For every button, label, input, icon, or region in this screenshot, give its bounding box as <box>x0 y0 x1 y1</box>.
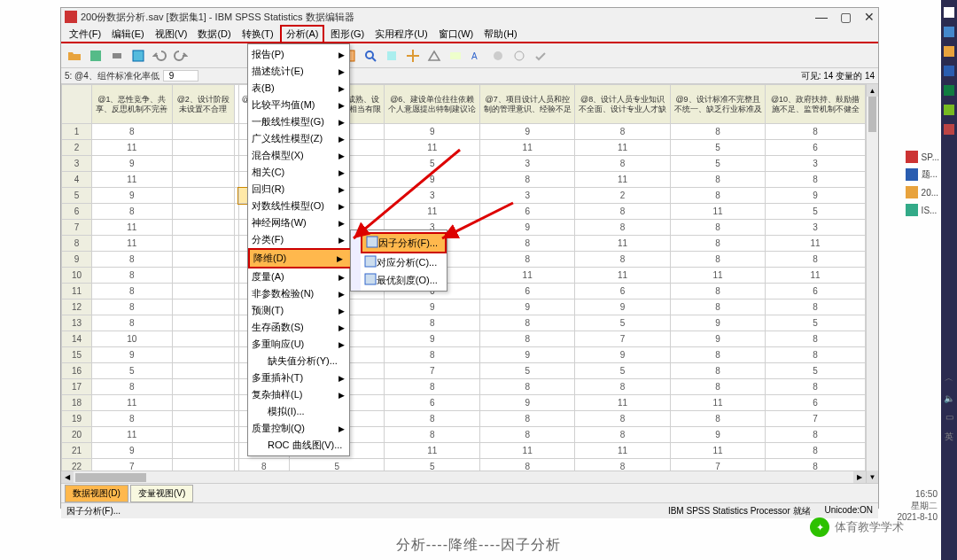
row-header[interactable]: 6 <box>62 204 92 220</box>
cell[interactable]: 11 <box>670 395 765 411</box>
cell[interactable] <box>172 395 234 411</box>
submenu-item[interactable]: 最优刻度(O)... <box>361 271 447 289</box>
cell-value-field[interactable]: 9 <box>163 70 198 82</box>
row-header[interactable]: 8 <box>62 236 92 252</box>
cell[interactable]: 8 <box>92 411 173 427</box>
cell[interactable] <box>172 284 234 299</box>
cell[interactable]: 8 <box>385 411 479 427</box>
submenu-item[interactable]: 因子分析(F)... <box>361 232 447 253</box>
recall-icon[interactable] <box>128 46 148 66</box>
cell[interactable] <box>172 236 234 252</box>
taskbar-app[interactable]: 20... <box>906 186 939 198</box>
taskbar-app[interactable]: SP... <box>906 151 939 163</box>
column-header[interactable]: @7、项目设计人员和控制的管理意识、经验不足 <box>479 85 574 124</box>
cell[interactable]: 8 <box>385 427 479 443</box>
cell[interactable]: 8 <box>575 156 670 172</box>
row-header[interactable]: 12 <box>62 299 92 315</box>
column-header[interactable]: @1、恶性竞争、共享、反思机制不完善 <box>92 85 173 124</box>
analyze-menu-item[interactable]: 比较平均值(M)▶ <box>248 97 352 113</box>
analyze-menu-item[interactable]: 描述统计(E)▶ <box>248 63 352 80</box>
analyze-menu-item[interactable]: 神经网络(W)▶ <box>248 214 352 231</box>
cell[interactable] <box>172 331 234 347</box>
tab-data-view[interactable]: 数据视图(D) <box>65 485 128 502</box>
cell[interactable]: 11 <box>92 220 173 236</box>
analyze-menu-item[interactable]: 降维(D)▶ <box>248 248 352 268</box>
cell[interactable]: 9 <box>92 347 173 363</box>
split-icon[interactable] <box>403 46 423 66</box>
analyze-menu-item[interactable]: 预测(T)▶ <box>248 302 352 319</box>
cell[interactable]: 11 <box>92 172 173 188</box>
cell[interactable]: 5 <box>766 204 865 220</box>
cell[interactable]: 7 <box>766 411 865 427</box>
insert-case-icon[interactable] <box>382 46 401 66</box>
scroll-thumb-h[interactable] <box>75 473 146 482</box>
cell[interactable]: 8 <box>575 252 670 268</box>
column-header[interactable]: @9、设计标准不完整且不统一、缺乏行业标准及 <box>670 85 765 124</box>
speaker-icon[interactable]: 🔈 <box>944 393 954 403</box>
cell[interactable]: 11 <box>575 140 670 156</box>
cell[interactable]: 9 <box>575 347 670 363</box>
cell[interactable] <box>172 220 234 236</box>
cell[interactable] <box>172 172 234 188</box>
cell[interactable]: 11 <box>575 395 670 411</box>
cell[interactable]: 5 <box>385 156 479 172</box>
submenu-item[interactable]: 对应分析(C)... <box>361 253 447 271</box>
cell[interactable]: 8 <box>575 427 670 443</box>
select-cases-icon[interactable] <box>446 46 465 66</box>
row-header[interactable]: 11 <box>62 284 92 299</box>
cell[interactable]: 8 <box>479 331 574 347</box>
cell[interactable]: 7 <box>575 331 670 347</box>
cell[interactable]: 9 <box>385 172 479 188</box>
close-button[interactable]: ✕ <box>864 10 875 24</box>
cell[interactable]: 6 <box>575 284 670 299</box>
cell[interactable]: 8 <box>766 443 865 459</box>
cell[interactable]: 3 <box>479 188 574 204</box>
row-header[interactable]: 16 <box>62 363 92 379</box>
cell[interactable]: 3 <box>385 188 479 204</box>
row-header[interactable]: 10 <box>62 268 92 284</box>
cell[interactable]: 8 <box>479 252 574 268</box>
cell[interactable]: 8 <box>575 124 670 140</box>
wechat-tray-icon[interactable] <box>944 105 954 115</box>
cell[interactable]: 8 <box>92 268 173 284</box>
cell[interactable]: 9 <box>92 188 173 204</box>
cell[interactable]: 8 <box>92 299 173 315</box>
cell[interactable]: 8 <box>479 315 574 331</box>
row-header[interactable]: 19 <box>62 411 92 427</box>
cell[interactable]: 8 <box>670 284 765 299</box>
redo-icon[interactable] <box>171 46 191 66</box>
row-header[interactable]: 18 <box>62 395 92 411</box>
row-header[interactable]: 1 <box>62 124 92 140</box>
menu-6[interactable]: 图形(G) <box>326 27 369 42</box>
open-icon[interactable] <box>65 46 84 66</box>
cell[interactable]: 5 <box>670 140 765 156</box>
cell[interactable]: 9 <box>766 188 865 204</box>
cell[interactable]: 9 <box>670 427 765 443</box>
cell[interactable]: 8 <box>92 204 173 220</box>
cell[interactable]: 8 <box>479 236 574 252</box>
cell[interactable] <box>172 204 234 220</box>
cell[interactable]: 8 <box>670 220 765 236</box>
row-header[interactable]: 2 <box>62 140 92 156</box>
cell[interactable]: 8 <box>385 315 479 331</box>
analyze-menu-item[interactable]: 生存函数(S)▶ <box>248 319 352 336</box>
scroll-down-icon[interactable]: ▼ <box>867 471 878 483</box>
row-header[interactable]: 5 <box>62 188 92 204</box>
cell[interactable]: 8 <box>385 379 479 395</box>
cell[interactable]: 5 <box>575 363 670 379</box>
cell[interactable] <box>172 427 234 443</box>
cell[interactable]: 9 <box>92 156 173 172</box>
cell[interactable]: 11 <box>479 140 574 156</box>
menu-2[interactable]: 视图(V) <box>151 27 192 42</box>
value-labels-icon[interactable]: A <box>467 46 486 66</box>
cell[interactable]: 11 <box>670 443 765 459</box>
cell[interactable]: 8 <box>575 411 670 427</box>
row-header[interactable]: 9 <box>62 252 92 268</box>
explorer-icon[interactable] <box>944 46 954 57</box>
cell[interactable]: 8 <box>670 299 765 315</box>
cell[interactable]: 11 <box>575 172 670 188</box>
cell[interactable] <box>172 188 234 204</box>
column-header[interactable]: @10、政府扶持、鼓励措施不足、监管机制不健全 <box>766 85 865 124</box>
cell[interactable]: 8 <box>766 427 865 443</box>
analyze-menu-item[interactable]: 缺失值分析(Y)... <box>248 353 352 369</box>
